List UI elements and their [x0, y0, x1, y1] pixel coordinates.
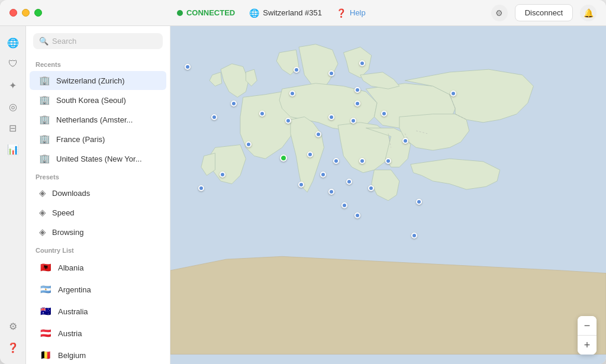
map-dot[interactable] [231, 101, 237, 107]
map-dot[interactable] [354, 87, 360, 93]
map-dot[interactable] [402, 138, 408, 144]
flag-australia: 🇦🇺 [39, 305, 52, 318]
titlebar-center: CONNECTED 🌐 Switzerland #351 ❓ Help [51, 8, 491, 18]
zoom-in-button[interactable]: + [578, 336, 597, 355]
map-dot[interactable] [320, 172, 326, 178]
map-dot[interactable] [220, 172, 225, 178]
map-dot[interactable] [198, 185, 204, 191]
preset-downloads[interactable]: ◈ Downloads [30, 183, 166, 202]
country-argentina[interactable]: 🇦🇷 Argentina [30, 279, 166, 300]
globe-nav-button[interactable]: 🌐 [4, 33, 22, 52]
recent-item-netherlands[interactable]: 🏢 Netherlands (Amster... [30, 110, 166, 129]
settings-nav-button[interactable]: ⚙ [4, 317, 22, 336]
map-dot[interactable] [359, 60, 365, 66]
sidebar-scroll: Recents 🏢 Switzerland (Zurich) 🏢 South K… [26, 54, 170, 364]
map-dot[interactable] [333, 158, 339, 164]
map-dot[interactable] [328, 114, 334, 120]
recent-item-label-3: Netherlands (Amster... [56, 115, 157, 124]
recent-item-label-4: France (Paris) [56, 135, 157, 144]
map-dot-active[interactable] [280, 154, 287, 162]
map-dot[interactable] [354, 101, 360, 107]
preset-label-1: Downloads [52, 189, 157, 198]
map-dot[interactable] [294, 67, 299, 73]
map-dot[interactable] [328, 70, 334, 76]
recent-item-france[interactable]: 🏢 France (Paris) [30, 130, 166, 149]
close-button[interactable] [9, 9, 17, 17]
help-nav-button[interactable]: ❓ [4, 338, 22, 357]
help-link[interactable]: ❓ Help [336, 8, 366, 18]
map-dot[interactable] [381, 111, 387, 117]
country-label-albania: Albania [58, 263, 157, 272]
nav-sidebar: 🔍 Recents 🏢 Switzerland (Zurich) 🏢 South… [26, 26, 170, 364]
shield-nav-button[interactable]: 🛡 [4, 54, 22, 73]
country-australia[interactable]: 🇦🇺 Australia [30, 301, 166, 322]
country-label-austria: Austria [58, 329, 157, 338]
layers-nav-button[interactable]: ⊟ [4, 118, 22, 137]
settings-icon-button[interactable]: ⚙ [491, 5, 508, 21]
server-icon-1: 🏢 [39, 75, 50, 86]
flag-austria: 🇦🇹 [39, 327, 52, 340]
recent-item-label-5: United States (New Yor... [56, 154, 157, 163]
map-dot[interactable] [416, 199, 422, 205]
titlebar: CONNECTED 🌐 Switzerland #351 ❓ Help ⚙ Di… [0, 0, 606, 26]
minimize-button[interactable] [22, 9, 30, 17]
map-dot[interactable] [307, 152, 313, 157]
disconnect-button[interactable]: Disconnect [515, 4, 573, 21]
connection-status: CONNECTED [177, 8, 235, 17]
notifications-button[interactable]: 🔔 [580, 5, 597, 21]
preset-label-3: Browsing [52, 228, 157, 237]
maximize-button[interactable] [34, 9, 42, 17]
main-content: 🌐 🛡 ✦ ◎ ⊟ 📊 ⚙ ❓ 🔍 Recents 🏢 Switzerland … [0, 26, 606, 364]
map-dot[interactable] [450, 91, 456, 96]
zoom-out-button[interactable]: − [578, 316, 597, 335]
map-dot[interactable] [359, 158, 365, 164]
map-dot[interactable] [298, 182, 304, 188]
help-label: Help [350, 8, 366, 17]
preset-speed[interactable]: ◈ Speed [30, 203, 166, 222]
map-dot[interactable] [315, 131, 321, 137]
icon-sidebar: 🌐 🛡 ✦ ◎ ⊟ 📊 ⚙ ❓ [0, 26, 26, 364]
map-dot[interactable] [350, 118, 356, 124]
search-input[interactable] [52, 37, 157, 46]
map-dot[interactable] [346, 179, 352, 185]
preset-browsing[interactable]: ◈ Browsing [30, 223, 166, 241]
country-austria[interactable]: 🇦🇹 Austria [30, 323, 166, 344]
map-dot[interactable] [328, 189, 334, 195]
map-dot[interactable] [341, 202, 347, 208]
map-dot[interactable] [385, 158, 391, 164]
country-albania[interactable]: 🇦🇱 Albania [30, 257, 166, 278]
recents-label: Recents [26, 56, 170, 70]
map-dot[interactable] [246, 141, 252, 147]
map-dot[interactable] [259, 111, 265, 117]
help-icon: ❓ [336, 8, 346, 18]
connected-label: CONNECTED [186, 8, 235, 17]
server-label: Switzerland #351 [263, 8, 322, 17]
titlebar-right: ⚙ Disconnect 🔔 [491, 4, 597, 21]
recent-item-us[interactable]: 🏢 United States (New Yor... [30, 149, 166, 168]
preset-icon-2: ◈ [39, 207, 46, 218]
map-dot[interactable] [354, 212, 360, 218]
presets-label: Presets [26, 169, 170, 183]
target-nav-button[interactable]: ◎ [4, 97, 22, 116]
map-dot[interactable] [211, 114, 217, 120]
country-list-label: Country List [26, 242, 170, 256]
map-dot[interactable] [411, 233, 417, 239]
preset-label-2: Speed [52, 208, 157, 217]
map-dot[interactable] [368, 185, 374, 191]
stats-nav-button[interactable]: 📊 [4, 140, 22, 159]
recent-item-south-korea[interactable]: 🏢 South Korea (Seoul) [30, 91, 166, 109]
specialty-nav-button[interactable]: ✦ [4, 76, 22, 95]
map-dot[interactable] [185, 64, 191, 70]
search-box[interactable]: 🔍 [33, 33, 163, 49]
traffic-lights [9, 9, 42, 17]
flag-argentina: 🇦🇷 [39, 283, 52, 296]
country-belgium[interactable]: 🇧🇪 Belgium [30, 344, 166, 364]
map-dot[interactable] [289, 91, 295, 96]
preset-icon-1: ◈ [39, 188, 46, 198]
map-dot[interactable] [285, 118, 291, 124]
server-icon-5: 🏢 [39, 153, 50, 164]
server-icon-2: 🏢 [39, 95, 50, 105]
map-area[interactable]: − + [170, 26, 606, 364]
status-dot [177, 10, 183, 16]
recent-item-switzerland[interactable]: 🏢 Switzerland (Zurich) [30, 71, 166, 90]
